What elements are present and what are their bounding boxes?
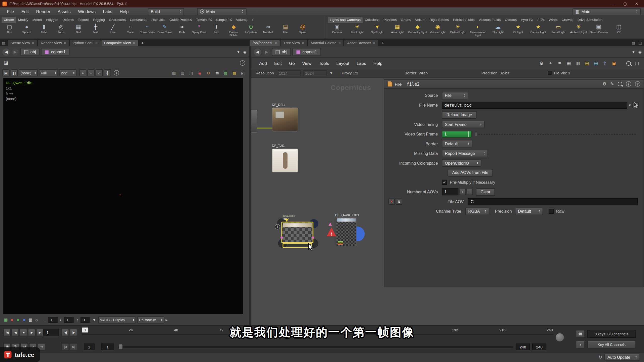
next-key-button[interactable]: ▶| [70,343,77,350]
left-connector[interactable] [280,236,283,239]
path-dropdown-icon[interactable] [237,50,239,54]
network-menu-item[interactable]: Edit [270,60,285,66]
shelf-tool[interactable]: ▣ Stereo Camera [589,23,609,38]
auto-update-selector[interactable]: Auto Update [605,354,640,361]
pane-tab[interactable]: Scene View [8,40,37,46]
footer-dropdown-icon[interactable] [93,318,95,322]
checker-icon[interactable]: ▩ [28,318,33,323]
shelf-tab[interactable]: Deform [60,17,76,23]
shelf-tool[interactable]: ▭ Portal Light [548,23,569,38]
pane-tab[interactable]: Tree View [281,40,307,46]
link-pin-icon[interactable] [241,50,246,54]
adjust-icon[interactable]: ↕ [75,318,80,323]
shelf-tab[interactable]: Crowds [559,17,575,23]
network-menu-item[interactable]: Help [370,60,386,66]
pane-tab[interactable]: Composite View [101,40,138,46]
pane-tab[interactable]: /obj/copnet1 [250,40,280,46]
shelf-tool[interactable]: ○ Circle [122,23,139,38]
minimize-button[interactable] [611,2,616,6]
forward-button[interactable] [263,48,270,56]
range-end-field[interactable]: 240 [532,344,546,350]
layout-grid-selector[interactable]: 2x2 [59,69,76,76]
dice-icon[interactable]: ⚄ [214,69,221,76]
shelf-tab[interactable]: Rigging [91,17,107,23]
close-tab-icon[interactable] [64,41,66,45]
next-frame-button[interactable]: |▶ [70,329,77,336]
shelf-tab[interactable]: Guide Process [167,17,194,23]
playback-start-field[interactable]: 1 [101,344,114,350]
incoming-colorspace-dropdown[interactable]: OpenColorIO [442,159,481,167]
current-frame-field[interactable]: 1 [44,329,59,336]
shelf-tab[interactable]: Rigid Bodies [427,17,451,23]
help-icon[interactable] [240,60,245,65]
number-of-aovs-field[interactable]: 1 [442,189,458,196]
shelf-tool[interactable]: ≈ Path [173,23,191,38]
help-icon[interactable] [635,81,640,86]
overflow-icon[interactable] [166,318,168,322]
shelf-tab[interactable]: Wires [547,17,559,23]
compare-ab-icon[interactable]: ◫ [188,69,195,76]
shelf-tool[interactable]: ◆ Geometry Light [408,23,428,38]
grid-green-icon[interactable]: ▦ [222,69,229,76]
file-name-input[interactable]: default.pic [442,102,627,109]
menu-item[interactable]: Labs [99,8,116,15]
auto-key-icon[interactable]: ▤ [576,330,585,338]
add-aov-button[interactable]: + [460,189,466,195]
shelf-tab[interactable]: Particle Fluids [451,17,476,23]
menu-item[interactable]: Render [32,8,54,15]
video-start-frame-slider[interactable] [476,134,636,134]
menu-item[interactable]: File [3,8,18,15]
network-menu-item[interactable]: View [299,60,315,66]
close-button[interactable] [634,2,639,6]
timeline-ruler[interactable]: 124487296120144168192216240 [82,327,554,333]
shelf-tab[interactable]: Texture [76,17,91,23]
go-start-button[interactable]: |◀ [3,329,11,336]
gain-field[interactable]: 1 [64,317,73,323]
shelf-tool[interactable]: ◉ Volume Light [428,23,448,38]
pane-tab[interactable]: Material Palette [308,40,344,46]
right-connector[interactable] [312,236,314,239]
border-dropdown[interactable]: Default [442,140,472,147]
breadcrumb-obj[interactable]: obj [21,48,40,56]
key-all-channels-button[interactable]: Key All Channels [587,341,636,348]
shelf-tool[interactable]: ★ Caustic Light [528,23,548,38]
add-tab-button[interactable] [139,41,146,47]
menu-item[interactable]: Windows [74,8,99,15]
input-connector[interactable] [285,219,289,221]
breadcrumb-obj[interactable]: obj [272,48,291,56]
layout-selector[interactable]: Main [197,8,247,15]
pane-tab[interactable]: Asset Browser [344,40,378,46]
play-button[interactable]: ▶ [28,329,35,336]
shelf-tab[interactable]: Characters [107,17,128,23]
search-icon[interactable] [618,82,622,86]
composite-viewport[interactable]: DF_Qwen_Edit1 1x1 fr ++ (none) [3,78,243,314]
close-tab-icon[interactable] [339,41,341,45]
menu-item[interactable]: Edit [18,8,32,15]
grid-view-icon[interactable]: ▦ [566,60,572,66]
back-button[interactable] [254,48,261,56]
node-thumbnail[interactable] [281,222,313,243]
breadcrumb-copnet1[interactable]: copnet1 [293,48,321,56]
node-partial[interactable] [251,110,257,133]
reorder-aov-icon[interactable] [396,199,402,205]
info-icon[interactable] [114,70,119,75]
shelf-tab[interactable]: Vellum [413,17,427,23]
source-dropdown[interactable]: File [442,92,468,99]
shelf-tool[interactable]: ψ L-System [242,23,260,38]
prev-frame-button[interactable]: ◀| [62,329,69,336]
file-chooser-button[interactable] [632,102,638,108]
shelf-tool[interactable]: ☀ Distant Light [448,23,468,38]
audio-options-icon[interactable]: ♪ [576,341,585,348]
shelf-tool[interactable]: ▦ Grid [70,23,87,38]
network-menu-item[interactable]: Labs [353,60,370,66]
shelf-tool[interactable]: ▣ Camera [327,23,347,38]
shelf-tool[interactable]: ◐ Environment Light [468,23,488,38]
channel-type-dropdown[interactable]: RGBA [465,208,489,215]
precision-dropdown[interactable]: Default [515,208,543,215]
shelf-tool[interactable]: ● Sphere [18,23,35,38]
shelf-tool[interactable]: ◎ Torus [53,23,70,38]
resolution-dropdown-icon[interactable] [330,71,332,75]
shelf-tool[interactable]: ∞ Metaball [260,23,277,38]
spiral-red-icon[interactable]: ◉ [196,69,203,76]
magnet-icon[interactable]: U [205,69,212,76]
